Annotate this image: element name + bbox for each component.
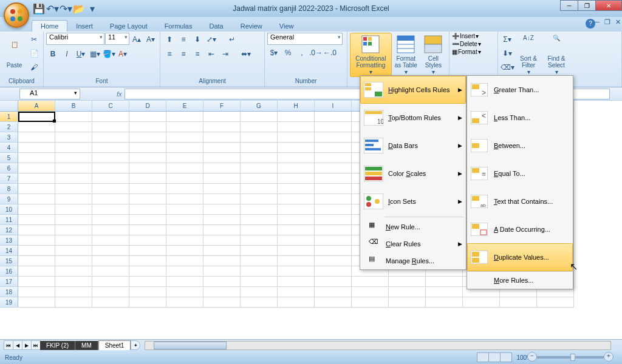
accounting-button[interactable]: $▾ [267,46,281,59]
cell[interactable] [55,287,92,297]
cell[interactable] [203,297,241,308]
cell[interactable] [129,235,166,246]
row-header[interactable]: 3 [0,132,18,143]
submenu-equal-to[interactable]: = Equal To... [467,160,573,187]
cell[interactable] [129,215,166,225]
horizontal-scrollbar[interactable] [145,341,611,350]
cell[interactable] [166,132,203,143]
cell[interactable] [278,235,315,246]
menu-icon-sets[interactable]: Icon Sets▶ [360,187,466,215]
cell[interactable] [92,225,129,235]
tab-view[interactable]: View [271,21,302,32]
cell[interactable] [18,256,55,266]
cell[interactable] [55,194,92,204]
cell[interactable] [315,287,352,297]
cell[interactable] [315,194,352,204]
cell[interactable] [203,277,241,287]
cell[interactable] [315,163,352,174]
cell[interactable] [92,132,129,143]
find-select-button[interactable]: 🔍 Find & Select ▾ [543,33,570,76]
cell[interactable] [166,215,203,225]
cell[interactable] [55,163,92,174]
cell[interactable] [241,174,278,184]
cell[interactable] [18,225,55,235]
cell[interactable] [315,184,352,194]
cell[interactable] [241,143,278,153]
help-icon[interactable]: ? [586,19,595,29]
cell[interactable] [278,163,315,174]
column-header[interactable]: C [92,101,129,112]
clear-button[interactable]: ⌫▾ [501,61,514,74]
cell[interactable] [315,266,352,277]
save-icon[interactable]: 💾 [33,2,45,15]
underline-button[interactable]: U▾ [74,47,87,61]
cell[interactable] [92,122,129,132]
office-button[interactable] [4,2,29,28]
align-top-button[interactable]: ⬆ [163,33,176,46]
cell[interactable] [166,163,203,174]
number-format-combo[interactable]: General [267,33,343,45]
cell[interactable] [166,277,203,287]
next-sheet-button[interactable]: ▶ [22,340,32,350]
cell[interactable] [166,194,203,204]
cell[interactable] [129,256,166,266]
cell[interactable] [92,153,129,163]
cell[interactable] [18,143,55,153]
cell[interactable] [129,225,166,235]
cell[interactable] [241,184,278,194]
column-header[interactable]: F [203,101,241,112]
menu-top-bottom-rules[interactable]: 10 Top/Bottom Rules▶ [360,104,466,132]
name-box[interactable]: A1 [19,89,80,99]
format-as-table-button[interactable]: Format as Table ▾ [393,33,419,77]
cell[interactable] [241,153,278,163]
cell[interactable] [315,122,352,132]
cell[interactable] [18,122,55,132]
cell[interactable] [278,225,315,235]
row-header[interactable]: 10 [0,204,18,215]
cell[interactable] [278,277,315,287]
column-header[interactable]: G [241,101,278,112]
cell[interactable] [55,297,92,308]
cell[interactable] [203,215,241,225]
submenu-between[interactable]: Between... [467,132,573,160]
font-family-combo[interactable]: Calibri [46,33,104,45]
cell[interactable] [92,256,129,266]
cell[interactable] [203,246,241,256]
cell[interactable] [129,174,166,184]
cell[interactable] [129,194,166,204]
percent-button[interactable]: % [281,46,295,59]
submenu-less-than[interactable]: < Less Than... [467,104,573,132]
cell[interactable] [166,143,203,153]
cell[interactable] [92,235,129,246]
cell[interactable] [55,132,92,143]
cell[interactable] [426,277,463,287]
cell[interactable] [278,184,315,194]
decrease-indent-button[interactable]: ⇤ [205,47,218,61]
maximize-button[interactable]: ❐ [578,0,596,11]
cell[interactable] [18,287,55,297]
cell[interactable] [203,256,241,266]
row-header[interactable]: 5 [0,153,18,163]
cell[interactable] [166,225,203,235]
cell[interactable] [166,256,203,266]
fill-color-button[interactable]: 🪣▾ [102,47,115,61]
cell[interactable] [129,287,166,297]
comma-button[interactable]: , [295,46,309,59]
align-center-button[interactable]: ≡ [177,47,190,61]
submenu-date-occurring[interactable]: A Date Occurring... [467,215,573,243]
format-cells-button[interactable]: ▦Format ▾ [452,49,495,55]
cell[interactable] [278,246,315,256]
tab-insert[interactable]: Insert [67,21,101,32]
cell[interactable] [241,297,278,308]
cell[interactable] [241,163,278,174]
cell[interactable] [389,277,426,287]
cell[interactable] [203,174,241,184]
cell[interactable] [92,246,129,256]
autosum-button[interactable]: Σ▾ [501,33,514,46]
minimize-button[interactable]: ─ [560,0,578,11]
cell[interactable] [92,215,129,225]
cell[interactable] [241,235,278,246]
tab-home[interactable]: Home [32,20,67,32]
row-header[interactable]: 2 [0,122,18,132]
cell[interactable] [203,184,241,194]
